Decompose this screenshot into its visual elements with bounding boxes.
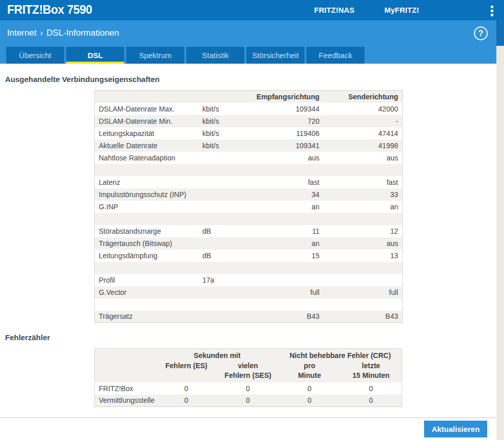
table-row: Leitungskapazitätkbit/s11940647414: [95, 127, 403, 140]
row-unit: kbit/s: [199, 127, 237, 140]
row-downstream-value: full: [237, 286, 324, 298]
breadcrumb-separator-icon: ›: [40, 28, 43, 38]
value-cell: 0: [279, 382, 341, 395]
row-upstream-value: [324, 274, 403, 286]
scrollbar-thumb[interactable]: [496, 20, 504, 46]
row-label: Leitungskapazität: [95, 127, 199, 140]
row-downstream-value: [237, 274, 324, 286]
table-row: Profil17a: [95, 274, 403, 286]
row-label: FRITZ!Box: [95, 382, 156, 395]
row-label: [95, 213, 199, 225]
refresh-button[interactable]: Aktualisieren: [424, 421, 487, 437]
row-upstream-value: aus: [324, 152, 403, 164]
row-label: Vermittlungsstelle: [95, 395, 156, 407]
tab-spektrum[interactable]: Spektrum: [126, 47, 184, 64]
row-unit: [199, 201, 237, 213]
row-unit: [199, 311, 237, 323]
table-row: Trägertausch (Bitswap)anaus: [95, 237, 403, 250]
row-unit: [199, 152, 237, 164]
row-label: G.INP: [95, 201, 199, 213]
row-downstream-value: [237, 298, 324, 311]
row-upstream-value: 13: [324, 250, 403, 262]
table-row: G.Vectorfullfull: [95, 286, 403, 298]
row-upstream-value: [324, 213, 403, 225]
row-label: Impulsstörungsschutz (INP): [95, 188, 199, 201]
row-label: Leitungsdämpfung: [95, 250, 199, 262]
header-group-seconds: Sekunden mit: [156, 349, 279, 361]
row-label: Profil: [95, 274, 199, 286]
row-unit: kbit/s: [199, 140, 237, 152]
nav-fritznas-link[interactable]: FRITZ!NAS: [314, 6, 354, 14]
row-upstream-value: full: [324, 286, 403, 298]
section-title-errors: Fehlerzähler: [5, 333, 496, 342]
value-cell: 0: [279, 395, 341, 407]
table-row: DSLAM-Datenrate Min.kbit/s720-: [95, 115, 403, 127]
row-unit: [199, 262, 237, 274]
row-upstream-value: [324, 298, 403, 311]
row-label: Trägertausch (Bitswap): [95, 237, 199, 250]
row-unit: dB: [199, 250, 237, 262]
error-counter-table: Sekunden mit Nicht behebbare Fehler (CRC…: [94, 348, 402, 407]
header-empty-cell: [95, 361, 156, 382]
header-empty-cell: [95, 349, 156, 361]
row-label: DSLAM-Datenrate Min.: [95, 115, 199, 127]
row-downstream-value: 11: [237, 225, 324, 237]
table-row: [95, 213, 403, 225]
row-upstream-value: [324, 262, 403, 274]
header-ses: vielen Fehlern (SES): [217, 361, 279, 382]
breadcrumb-section[interactable]: Internet: [7, 28, 37, 38]
row-label: Aktuelle Datenrate: [95, 140, 199, 152]
tab-feedback[interactable]: Feedback: [306, 47, 365, 64]
app-header: FRITZ!Box 7590 FRITZ!NAS MyFRITZ!: [0, 0, 504, 20]
row-downstream-value: [237, 164, 324, 176]
table-row: Aktuelle Datenratekbit/s10934141998: [95, 140, 403, 152]
table-row: [95, 298, 403, 311]
row-upstream-value: 41998: [324, 140, 403, 152]
footer-divider: [0, 418, 496, 418]
table-header-row: Sekunden mit Nicht behebbare Fehler (CRC…: [95, 349, 402, 361]
row-label: G.Vector: [95, 286, 199, 298]
row-downstream-value: aus: [237, 152, 324, 164]
row-unit: kbit/s: [199, 115, 237, 127]
row-label: [95, 262, 199, 274]
tab-statistik[interactable]: Statistik: [186, 47, 244, 64]
help-icon[interactable]: ?: [474, 26, 488, 40]
value-cell: 0: [217, 382, 279, 395]
row-unit: [199, 298, 237, 311]
header-downstream: Empfangsrichtung: [237, 91, 324, 103]
tab-dsl[interactable]: DSL: [66, 47, 124, 64]
value-cell: 0: [217, 395, 279, 407]
table-row: Vermittlungsstelle0000: [95, 395, 402, 407]
table-row: Impulsstörungsschutz (INP)3433: [95, 188, 403, 201]
row-upstream-value: 47414: [324, 127, 403, 140]
scrollbar-track[interactable]: [496, 20, 504, 440]
row-unit: [199, 286, 237, 298]
row-unit: [199, 164, 237, 176]
row-downstream-value: 34: [237, 188, 324, 201]
row-downstream-value: an: [237, 237, 324, 250]
row-unit: [199, 213, 237, 225]
table-header-row: Empfangsrichtung Senderichtung: [95, 91, 403, 103]
value-cell: 0: [156, 395, 217, 407]
row-upstream-value: -: [324, 115, 403, 127]
row-downstream-value: fast: [237, 176, 324, 188]
tab-st-rsicherheit[interactable]: Störsicherheit: [246, 47, 304, 64]
row-downstream-value: an: [237, 201, 324, 213]
header-upstream: Senderichtung: [324, 91, 403, 103]
header-es: Fehlern (ES): [156, 361, 217, 382]
nav-myfritz-link[interactable]: MyFRITZ!: [384, 6, 419, 14]
row-label: [95, 298, 199, 311]
row-upstream-value: 42000: [324, 103, 403, 115]
row-upstream-value: 12: [324, 225, 403, 237]
table-row: [95, 164, 403, 176]
row-upstream-value: fast: [324, 176, 403, 188]
row-downstream-value: 720: [237, 115, 324, 127]
row-downstream-value: 109341: [237, 140, 324, 152]
tab--bersicht[interactable]: Übersicht: [6, 47, 64, 64]
table-row: TrägersatzB43B43: [95, 311, 403, 323]
kebab-menu-icon[interactable]: [488, 5, 495, 17]
row-label: Nahtlose Ratenadaption: [95, 152, 199, 164]
header-empty-cell: [199, 91, 237, 103]
table-row: [95, 262, 403, 274]
row-downstream-value: 109344: [237, 103, 324, 115]
